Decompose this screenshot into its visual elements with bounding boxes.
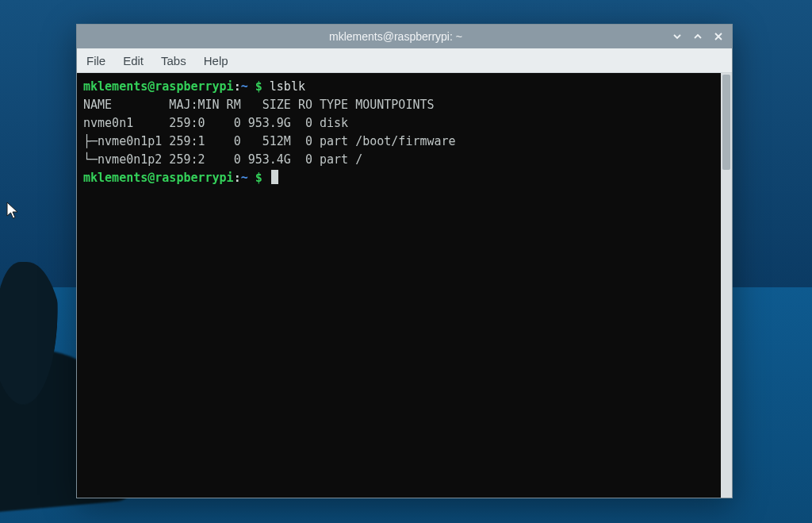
lsblk-header: NAME MAJ:MIN RM SIZE RO TYPE MOUNTPOINTS [83, 98, 435, 112]
prompt-symbol: $ [255, 171, 262, 185]
window-title: mklements@raspberrypi: ~ [124, 30, 667, 43]
desktop: mklements@raspberrypi: ~ File Edit Tabs … [0, 0, 812, 523]
mouse-cursor-icon [6, 202, 19, 221]
prompt-user-host: mklements@raspberrypi [83, 171, 234, 185]
lsblk-row: └─nvme0n1p2 259:2 0 953.4G 0 part / [83, 152, 362, 167]
menu-help[interactable]: Help [202, 52, 230, 69]
prompt-separator: : [234, 171, 241, 185]
menu-tabs[interactable]: Tabs [159, 52, 188, 69]
lsblk-row: ├─nvme0n1p1 259:1 0 512M 0 part /boot/fi… [83, 134, 456, 148]
menu-edit[interactable]: Edit [121, 52, 145, 69]
scrollbar-thumb[interactable] [722, 75, 730, 170]
menu-file[interactable]: File [85, 52, 107, 69]
prompt-path: ~ [241, 79, 248, 94]
lsblk-row: nvme0n1 259:0 0 953.9G 0 disk [83, 116, 355, 130]
terminal-window: mklements@raspberrypi: ~ File Edit Tabs … [76, 24, 733, 498]
prompt-path: ~ [241, 171, 248, 185]
menubar: File Edit Tabs Help [77, 48, 732, 73]
terminal-output[interactable]: mklements@raspberrypi:~ $ lsblk NAME MAJ… [77, 73, 721, 498]
prompt-symbol: $ [255, 79, 262, 94]
prompt-user-host: mklements@raspberrypi [83, 79, 234, 94]
command-text: lsblk [270, 79, 305, 94]
text-cursor [271, 170, 278, 184]
scrollbar[interactable] [721, 73, 732, 498]
prompt-separator: : [234, 79, 241, 94]
close-button[interactable] [713, 31, 724, 42]
wallpaper-shape [0, 262, 63, 421]
maximize-button[interactable] [692, 31, 703, 42]
minimize-button[interactable] [672, 31, 683, 42]
window-titlebar[interactable]: mklements@raspberrypi: ~ [77, 25, 732, 48]
